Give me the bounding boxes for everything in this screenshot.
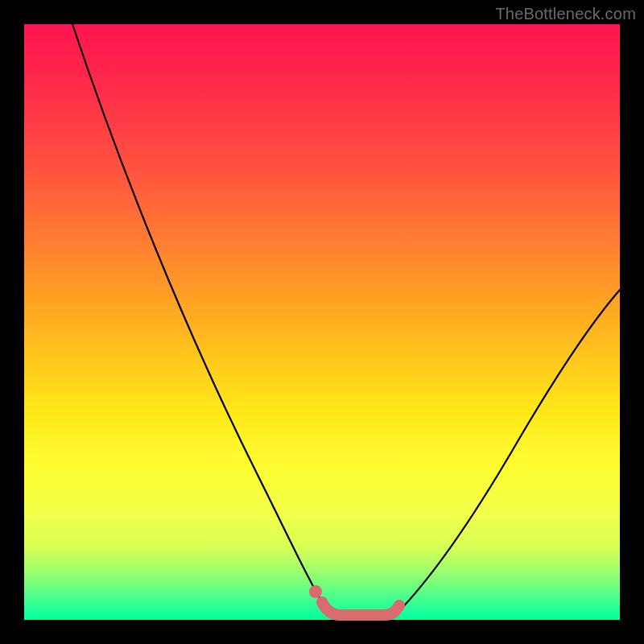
right-branch-curve xyxy=(394,290,620,616)
watermark-text: TheBottleneck.com xyxy=(495,5,636,23)
curve-layer xyxy=(24,24,620,620)
left-branch-curve xyxy=(72,24,330,616)
bottom-highlight-stroke xyxy=(322,602,399,615)
bottom-highlight-dot xyxy=(309,585,322,598)
chart-frame: TheBottleneck.com xyxy=(0,0,644,644)
plot-area xyxy=(24,24,620,620)
